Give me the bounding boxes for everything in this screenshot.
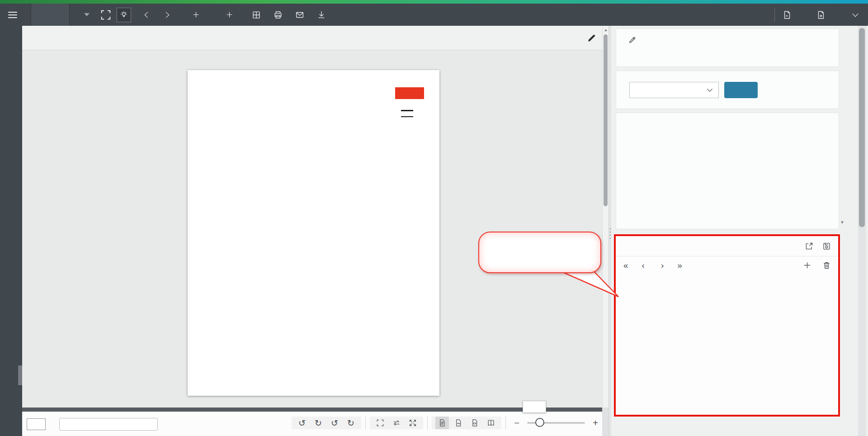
rotate-clockwise-button[interactable]: ↻ (311, 417, 325, 429)
gl-distribution-card: « ‹ › » (614, 234, 840, 417)
rotate-counterclockwise-button[interactable]: ↺ (295, 417, 309, 429)
document-title-box[interactable] (59, 418, 158, 431)
ocr-button[interactable] (99, 9, 112, 21)
submit-item-button[interactable] (816, 10, 830, 20)
annotation-edit-button[interactable] (585, 31, 599, 45)
two-page-view-button[interactable] (484, 417, 498, 429)
next-row-button[interactable]: › (660, 261, 665, 270)
go-button[interactable] (724, 82, 758, 98)
scrollbar-thumb[interactable] (604, 34, 608, 206)
add-row-icon[interactable] (802, 261, 812, 270)
intelligent-capture-button[interactable] (117, 8, 131, 22)
single-page-view-button[interactable] (435, 417, 449, 429)
add-more-pages-button[interactable] (225, 10, 238, 19)
text-view-button[interactable] (468, 417, 481, 429)
pencil-icon (586, 33, 597, 43)
continuous-view-button[interactable] (452, 417, 465, 429)
zoom-slider-knob[interactable] (535, 418, 544, 427)
fit-to-screen-button[interactable] (373, 417, 387, 429)
document-selector[interactable] (80, 13, 90, 16)
papersave-app: ▲ ↺ ↻ ↺ ↻ (0, 0, 868, 436)
save-icon[interactable] (822, 242, 831, 251)
item-actions (767, 8, 868, 22)
print-icon[interactable] (273, 10, 283, 20)
zoom-out-button[interactable]: − (512, 418, 522, 428)
scroll-up-arrow-icon[interactable]: ▲ (603, 28, 609, 32)
rotate-page-left-button[interactable]: ↺ (328, 417, 341, 429)
field-actions-select[interactable] (629, 82, 719, 98)
chevron-down-icon (706, 86, 714, 94)
field-actions-card (616, 71, 839, 109)
new-button[interactable] (192, 10, 204, 19)
document-action-icons (251, 10, 326, 20)
panel-scrollbar-thumb[interactable] (859, 28, 865, 227)
document-minus-icon (782, 10, 792, 20)
download-icon[interactable] (316, 10, 326, 20)
viewer-toolbar: ↺ ↻ ↺ ↻ − (22, 412, 602, 436)
tab-add-new-document[interactable] (31, 4, 70, 26)
gl-row-pager: « ‹ › » (623, 261, 831, 270)
caret-down-icon (84, 13, 90, 16)
lightbulb-icon (119, 10, 128, 19)
franke-logo (395, 87, 424, 99)
expand-menu-chevron[interactable] (851, 10, 860, 19)
remove-item-button[interactable] (782, 10, 796, 20)
document-id-card (616, 28, 839, 67)
zoom-control: − + (512, 418, 600, 428)
delete-row-icon[interactable] (822, 261, 831, 270)
panel-scrollbar[interactable] (858, 26, 866, 436)
brand (0, 4, 31, 26)
grid-view-icon[interactable] (251, 10, 261, 20)
top-accent-strip (0, 0, 868, 4)
previous-document-button[interactable] (142, 10, 151, 19)
email-icon[interactable] (295, 10, 305, 20)
ocr-label (99, 9, 112, 21)
invoice-menu-dashes (401, 110, 413, 122)
invoice-page (188, 70, 439, 396)
rotate-page-right-button[interactable]: ↻ (344, 417, 358, 429)
zoom-slider-track[interactable] (527, 422, 585, 424)
viewer-vertical-scrollbar[interactable]: ▲ (602, 26, 609, 408)
first-row-button[interactable]: « (623, 261, 629, 270)
previous-row-button[interactable]: ‹ (641, 261, 646, 270)
fit-page-button[interactable] (406, 417, 420, 429)
next-document-button[interactable] (163, 10, 172, 19)
fit-group (370, 417, 423, 429)
fit-width-button[interactable] (390, 417, 403, 429)
document-plus-icon (816, 10, 826, 20)
fields-scroll-down-arrow-icon[interactable]: ▼ (840, 220, 844, 225)
callout-card-style-table-field-view (478, 232, 601, 273)
zoom-in-button[interactable]: + (590, 418, 600, 428)
plus-icon (192, 10, 200, 19)
page-thumbnail-bar (22, 26, 602, 50)
document-fields-card (616, 113, 839, 229)
view-mode-group (432, 417, 501, 429)
page-number-input[interactable] (27, 418, 46, 430)
top-bar (0, 4, 868, 26)
rotate-group: ↺ ↻ ↺ ↻ (292, 417, 361, 429)
plus-icon (225, 10, 234, 19)
splitter-grip (610, 228, 611, 239)
last-row-button[interactable]: » (676, 261, 683, 270)
open-in-window-icon[interactable] (804, 242, 814, 251)
zoom-level-tooltip (523, 401, 546, 413)
batch-edit-pencil-icon[interactable] (628, 35, 637, 44)
hamburger-menu-icon[interactable] (8, 12, 17, 18)
viewer-horizontal-scrollbar[interactable] (22, 408, 602, 412)
